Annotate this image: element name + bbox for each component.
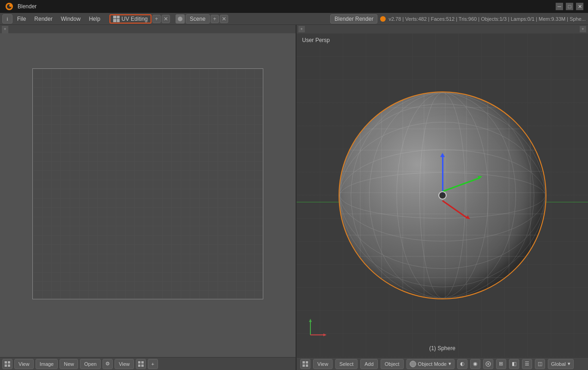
svg-rect-26 <box>306 361 308 364</box>
settings-icon: ⚙ <box>105 361 110 367</box>
z-axis-arrow <box>440 153 445 157</box>
uv-display-button[interactable] <box>136 359 146 369</box>
svg-rect-21 <box>138 361 140 364</box>
uv-editor-panel: + + <box>0 25 297 357</box>
titlebar-left: Blender <box>5 2 36 11</box>
viewport-select-label: Select <box>339 361 354 367</box>
sphere-container <box>339 91 546 299</box>
svg-rect-17 <box>5 361 7 364</box>
viewport-bottom-bar: View Select Add Object Object Mode ▾ ◐ ◉ <box>297 358 588 370</box>
uv-new-label: New <box>64 361 74 367</box>
plus-icon: + <box>152 361 154 367</box>
titlebar-controls: ─ □ ✕ <box>556 3 583 10</box>
viewport-overlay-icon[interactable]: ◧ <box>509 359 519 369</box>
menu-file[interactable]: File <box>13 15 30 23</box>
viewport-object-label: Object <box>385 361 400 367</box>
viewport-view-button[interactable]: View <box>313 359 333 369</box>
svg-rect-25 <box>303 361 305 364</box>
viewport-shading-solid[interactable]: ◐ <box>457 359 467 369</box>
uv-view-button[interactable]: View <box>14 359 34 369</box>
object-mode-dropdown[interactable]: Object Mode ▾ <box>406 359 455 369</box>
dropdown-arrow: ▾ <box>449 361 451 367</box>
minimize-button[interactable]: ─ <box>556 3 563 10</box>
titlebar: Blender ─ □ ✕ <box>0 0 588 13</box>
svg-rect-19 <box>5 364 7 367</box>
coord-arrow: ▾ <box>568 361 570 367</box>
uv-new-button[interactable]: New <box>60 359 78 369</box>
3d-viewport-panel: + + User Persp <box>297 25 588 357</box>
blender-logo <box>5 2 14 11</box>
uv-view2-button[interactable]: View <box>115 359 134 369</box>
nav-axes <box>306 316 329 341</box>
viewport-select-button[interactable]: Select <box>335 359 358 369</box>
viewport-label: User Persp <box>302 37 330 43</box>
3d-viewport[interactable]: User Persp <box>297 33 588 357</box>
layout-dropdown[interactable]: UV Editing <box>109 14 152 24</box>
svg-rect-18 <box>8 361 10 364</box>
render-engine-dropdown[interactable]: Blender Render <box>330 14 377 24</box>
extra2-icon: ◫ <box>538 361 542 367</box>
scene-add-button[interactable]: + <box>211 15 219 23</box>
object-mode-label: Object Mode <box>418 361 447 367</box>
uv-view-label: View <box>18 361 30 367</box>
bottom-bar: View Image New Open ⚙ View + <box>0 357 588 370</box>
viewport-mode-icon[interactable] <box>300 359 310 369</box>
viewport-corner-left[interactable]: + <box>298 26 305 32</box>
scene-dropdown[interactable]: Scene <box>186 14 210 24</box>
viewport-proportional-icon[interactable]: ⊞ <box>496 359 506 369</box>
plus-icon: + <box>155 16 158 22</box>
nav-axes-svg <box>306 316 329 340</box>
uv-viewport[interactable] <box>0 33 296 357</box>
render-info: v2.78 | Verts:482 | Faces:512 | Tris:960… <box>388 16 586 22</box>
viewport-snap-icon[interactable] <box>483 359 493 369</box>
viewport-extra2[interactable]: ◫ <box>535 359 545 369</box>
menu-help[interactable]: Help <box>85 15 104 23</box>
uv-corner-right[interactable]: + <box>2 26 8 32</box>
layout-add-button[interactable]: + <box>152 15 161 23</box>
layout-label: UV Editing <box>121 16 148 22</box>
viewport-extra1[interactable]: ☰ <box>522 359 532 369</box>
svg-marker-14 <box>309 319 312 322</box>
uv-open-button[interactable]: Open <box>80 359 101 369</box>
scene-label: Scene <box>190 16 206 22</box>
coordinate-system-dropdown[interactable]: Global ▾ <box>548 359 574 369</box>
mode-dot <box>410 361 416 367</box>
uv-top-strip: + + <box>0 25 296 33</box>
z-axis <box>442 156 443 195</box>
screen-layout-area: UV Editing + ✕ <box>109 14 170 24</box>
snap-icon <box>485 361 491 367</box>
uv-image-button[interactable]: Image <box>36 359 58 369</box>
uv-image-label: Image <box>40 361 54 367</box>
uv-view-icon-button[interactable] <box>2 359 12 369</box>
svg-point-4 <box>380 16 386 22</box>
extra1-icon: ☰ <box>525 361 529 367</box>
render-engine-label: Blender Render <box>334 16 373 22</box>
viewport-object-button[interactable]: Object <box>381 359 404 369</box>
uv-settings-button[interactable]: ⚙ <box>103 359 113 369</box>
viewport-add-button[interactable]: Add <box>360 359 378 369</box>
scene-icon <box>176 14 185 24</box>
svg-point-3 <box>178 17 182 21</box>
menu-window[interactable]: Window <box>57 15 85 23</box>
shading-wire-icon: ◉ <box>473 361 478 367</box>
menu-render[interactable]: Render <box>30 15 56 23</box>
close-button[interactable]: ✕ <box>576 3 583 10</box>
info-button[interactable]: i <box>2 14 12 24</box>
maximize-button[interactable]: □ <box>566 3 573 10</box>
viewport-view-label: View <box>317 361 328 367</box>
layout-remove-button[interactable]: ✕ <box>162 15 170 23</box>
scene-area: Scene + ✕ <box>176 14 228 24</box>
viewport-corner-right[interactable]: + <box>580 26 586 32</box>
layout-grid-icon <box>113 16 120 22</box>
svg-point-30 <box>487 363 489 365</box>
scene-remove-button[interactable]: ✕ <box>220 15 228 23</box>
viewport-shading-wire[interactable]: ◉ <box>470 359 480 369</box>
uv-plus-button[interactable]: + <box>148 359 158 369</box>
view-icon <box>4 361 11 367</box>
overlay-icon: ◧ <box>512 361 516 367</box>
viewport-icon <box>302 361 309 367</box>
render-icon <box>379 15 387 23</box>
titlebar-title: Blender <box>18 3 36 10</box>
viewport-top-strip: + + <box>297 25 588 33</box>
object-label: (1) Sphere <box>429 345 455 352</box>
